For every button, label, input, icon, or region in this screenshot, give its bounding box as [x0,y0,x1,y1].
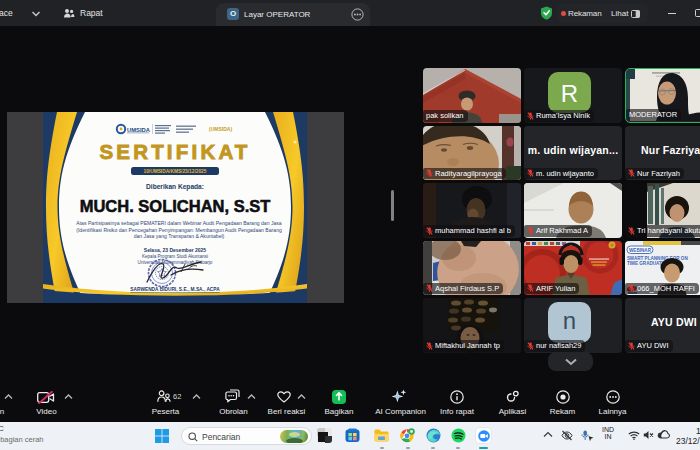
svg-text:MUCH. SOLICHAN, S.ST: MUCH. SOLICHAN, S.ST [80,197,271,215]
svg-text:Kepala Program Studi Akuntansi: Kepala Program Studi Akuntansi [142,254,208,259]
svg-text:SARWENDA BIDURI, S.E., M.SA.,: SARWENDA BIDURI, S.E., M.SA., ACPA [130,287,220,292]
svg-text:WEBINAR: WEBINAR [629,247,652,252]
svg-text:Atas Partisipasinya sebagai PE: Atas Partisipasinya sebagai PEMATERI dal… [76,220,282,226]
svg-text:Diberikan Kepada:: Diberikan Kepada: [146,183,204,191]
svg-text:10/UMSIDA/KMS/23/12/2025: 10/UMSIDA/KMS/23/12/2025 [144,169,207,174]
svg-text:SERTIFIKAT: SERTIFIKAT [99,140,250,163]
svg-text:(UMSIDA): (UMSIDA) [209,126,232,132]
svg-text:Selasa, 23 Desember 2025: Selasa, 23 Desember 2025 [144,247,206,253]
svg-text:(Identifikasi Risiko dan Pence: (Identifikasi Risiko dan Pencegahan Peny… [76,227,282,233]
svg-text:UMSIDA: UMSIDA [127,127,151,133]
svg-text:dan Jasa yang Transparan & Aku: dan Jasa yang Transparan & Akuntabel) [134,233,225,239]
